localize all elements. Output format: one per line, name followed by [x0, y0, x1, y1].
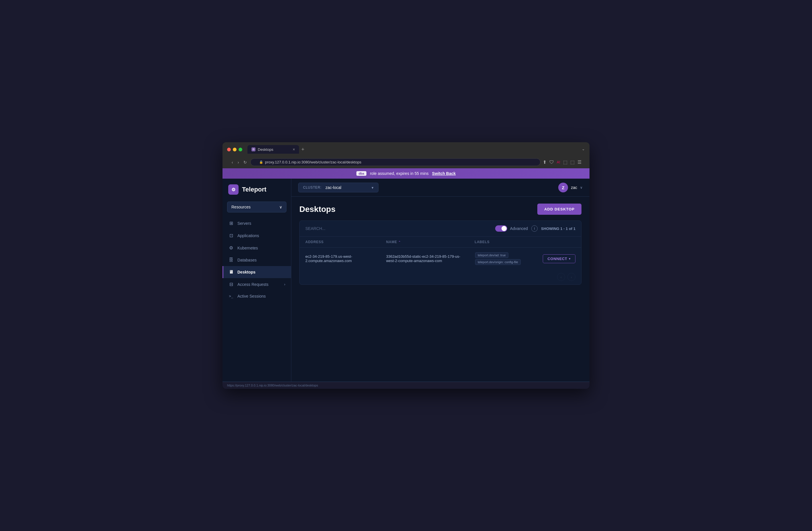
page-title: Desktops — [299, 205, 335, 214]
new-tab-button[interactable]: + — [299, 145, 307, 154]
cluster-name: zac-local — [325, 185, 341, 190]
user-avatar: Z — [558, 183, 568, 192]
traffic-lights — [227, 148, 242, 152]
sidebar-item-applications[interactable]: ⊡ Applications — [222, 229, 291, 242]
desktops-table: ADDRESS NAME ⌃ LABELS — [300, 236, 581, 270]
window-maximize-icon[interactable]: ⌄ — [582, 147, 585, 152]
downloads-icon[interactable]: ⬚ — [570, 159, 575, 165]
teleport-logo-icon: ⚙ — [228, 184, 238, 195]
dba-badge: dba — [357, 171, 367, 176]
cluster-label: CLUSTER: — [303, 186, 321, 189]
next-page-button[interactable]: › — [567, 273, 576, 281]
shield-icon[interactable]: 🛡 — [549, 160, 554, 165]
menu-icon[interactable]: ☰ — [578, 159, 581, 165]
sidebar-item-kubernetes[interactable]: ⚙ Kubernetes — [222, 242, 291, 254]
active-sessions-icon: >_ — [228, 294, 234, 298]
notification-banner: dba role assumed, expires in 55 mins Swi… — [222, 168, 590, 178]
databases-icon: 🗄 — [228, 257, 234, 263]
advanced-toggle-switch[interactable] — [495, 225, 507, 232]
switch-back-button[interactable]: Switch Back — [432, 171, 455, 176]
sidebar-item-servers[interactable]: ⊞ Servers — [222, 217, 291, 229]
connect-button[interactable]: CONNECT ▾ — [543, 254, 576, 263]
table-header: ADDRESS NAME ⌃ LABELS — [300, 236, 581, 248]
cluster-selector[interactable]: CLUSTER: zac-local ▾ — [298, 183, 378, 192]
sidebar-item-label: Kubernetes — [237, 246, 258, 250]
desktop-address: ec2-34-219-85-179.us-west-2.compute.amaz… — [300, 248, 380, 270]
app-layout: ⚙ Teleport Resources ∨ ⊞ Servers ⊡ Appli… — [222, 178, 590, 382]
share-icon[interactable]: ⬆ — [543, 159, 547, 165]
sidebar-item-label: Applications — [237, 233, 259, 238]
access-requests-arrow-icon: › — [284, 283, 285, 286]
label-tag-ad: teleport.dev/ad: true — [475, 252, 508, 258]
page-header: Desktops ADD DESKTOP — [299, 204, 581, 215]
advanced-toggle: Advanced — [495, 225, 528, 232]
sidebar-toggle-icon[interactable]: ⬚ — [563, 159, 567, 165]
search-input[interactable] — [305, 226, 492, 231]
name-sort[interactable]: NAME ⌃ — [386, 240, 463, 244]
desktop-action: CONNECT ▾ — [537, 248, 581, 270]
table-body: ec2-34-219-85-179.us-west-2.compute.amaz… — [300, 248, 581, 270]
minimize-window-button[interactable] — [233, 148, 236, 152]
table-toolbar: Advanced i SHOWING 1 - 1 of 1 — [300, 221, 581, 236]
status-url: https://proxy.127.0.0.1.nip.io:3080/web/… — [227, 384, 318, 387]
tab-close-button[interactable]: × — [293, 147, 295, 152]
maximize-window-button[interactable] — [238, 148, 242, 152]
sort-icon: ⌃ — [398, 241, 401, 244]
sidebar-item-label: Servers — [237, 221, 251, 226]
user-chevron-icon: ∨ — [580, 186, 583, 189]
kubernetes-icon: ⚙ — [228, 245, 234, 250]
lock-icon: 🔒 — [259, 160, 263, 164]
main-content: CLUSTER: zac-local ▾ Z zac ∨ Desktops AD… — [291, 178, 590, 382]
browser-chrome: ⚙ Desktops × + ⌄ ‹ › ↻ 🔒 proxy.127.0.0.1… — [222, 142, 590, 168]
tab-title: Desktops — [258, 147, 273, 152]
back-button[interactable]: ‹ — [231, 159, 234, 165]
toolbar-actions: ⬆ 🛡 A! ⬚ ⬚ ☰ — [543, 159, 581, 165]
page-content: Desktops ADD DESKTOP Advanced — [291, 197, 590, 382]
info-icon[interactable]: i — [531, 225, 538, 232]
sidebar-item-active-sessions[interactable]: >_ Active Sessions — [222, 290, 291, 302]
user-area[interactable]: Z zac ∨ — [558, 183, 583, 192]
toggle-knob — [502, 226, 507, 231]
tab-favicon: ⚙ — [251, 147, 256, 152]
sidebar-item-label: Desktops — [237, 270, 256, 274]
browser-tab-desktops[interactable]: ⚙ Desktops × — [247, 145, 299, 154]
user-name: zac — [571, 185, 577, 190]
address-text: proxy.127.0.0.1.nip.io:3080/web/cluster/… — [265, 160, 361, 164]
prev-page-button[interactable]: ‹ — [557, 273, 565, 281]
desktops-table-container: Advanced i SHOWING 1 - 1 of 1 ADDRESS — [299, 220, 581, 285]
forward-button[interactable]: › — [236, 159, 240, 165]
refresh-button[interactable]: ↻ — [242, 159, 248, 165]
extensions-icon[interactable]: A! — [557, 160, 560, 164]
access-requests-icon: ⊟ — [228, 282, 234, 287]
logo-area: ⚙ Teleport — [222, 184, 291, 202]
servers-icon: ⊞ — [228, 220, 234, 226]
sidebar-item-label: Databases — [237, 258, 257, 262]
showing-count: SHOWING 1 - 1 of 1 — [541, 227, 576, 231]
column-header-labels: LABELS — [469, 236, 537, 248]
applications-icon: ⊡ — [228, 233, 234, 238]
close-window-button[interactable] — [227, 148, 231, 152]
pagination-area: ‹ › — [300, 270, 581, 284]
label-tag-origin: teleport.dev/origin: config-file — [475, 259, 521, 265]
column-header-action — [537, 236, 581, 248]
advanced-label: Advanced — [510, 226, 528, 231]
add-desktop-button[interactable]: ADD DESKTOP — [537, 204, 581, 215]
resources-label: Resources — [231, 205, 251, 209]
search-wrapper — [305, 226, 492, 231]
tab-bar: ⚙ Desktops × + — [247, 145, 579, 154]
resources-dropdown[interactable]: Resources ∨ — [227, 202, 287, 213]
sidebar: ⚙ Teleport Resources ∨ ⊞ Servers ⊡ Appli… — [222, 178, 291, 382]
table-row: ec2-34-219-85-179.us-west-2.compute.amaz… — [300, 248, 581, 270]
cluster-chevron-icon: ▾ — [372, 186, 374, 190]
browser-window: ⚙ Desktops × + ⌄ ‹ › ↻ 🔒 proxy.127.0.0.1… — [222, 142, 590, 389]
sidebar-item-databases[interactable]: 🗄 Databases — [222, 254, 291, 266]
sidebar-item-desktops[interactable]: 🖥 Desktops — [222, 266, 291, 278]
notification-message: role assumed, expires in 55 mins — [370, 171, 429, 176]
logo-text: Teleport — [242, 186, 266, 193]
sidebar-item-label: Access Requests — [237, 282, 269, 287]
sidebar-item-label: Active Sessions — [237, 294, 266, 299]
desktops-icon: 🖥 — [228, 270, 234, 275]
titlebar: ⚙ Desktops × + ⌄ — [227, 145, 585, 154]
sidebar-item-access-requests[interactable]: ⊟ Access Requests › — [222, 278, 291, 290]
address-bar[interactable]: 🔒 proxy.127.0.0.1.nip.io:3080/web/cluste… — [250, 158, 540, 166]
